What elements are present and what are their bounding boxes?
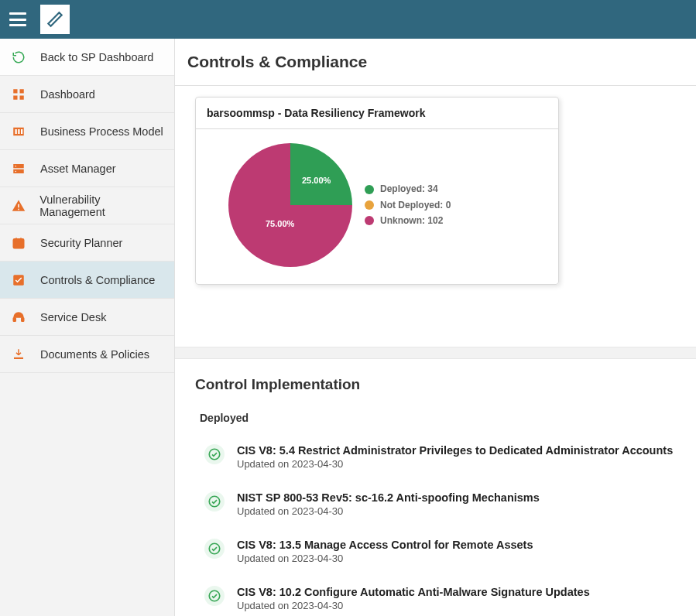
sidebar-item-label: Service Desk xyxy=(40,311,106,323)
sidebar-item-label: Dashboard xyxy=(40,88,95,101)
control-updated: Updated on 2023-04-30 xyxy=(237,505,676,517)
control-list: CIS V8: 5.4 Restrict Administrator Privi… xyxy=(195,444,676,611)
sidebar-item-2[interactable]: Business Process Model xyxy=(0,113,174,150)
content: Controls & Compliance barsoommsp - Data … xyxy=(175,39,696,616)
sidebar-item-5[interactable]: Security Planner xyxy=(0,224,174,262)
control-updated: Updated on 2023-04-30 xyxy=(237,553,676,564)
app-logo xyxy=(40,5,70,34)
svg-rect-13 xyxy=(18,208,19,210)
legend-label: Deployed: 34 xyxy=(380,181,438,197)
pie-slices xyxy=(228,143,352,267)
wrench-icon xyxy=(45,9,65,29)
svg-rect-17 xyxy=(22,317,24,321)
warning-icon xyxy=(11,198,26,214)
svg-rect-14 xyxy=(13,238,24,248)
sidebar-item-7[interactable]: Service Desk xyxy=(0,299,174,336)
svg-point-10 xyxy=(15,165,17,166)
control-title: CIS V8: 5.4 Restrict Administrator Privi… xyxy=(237,444,676,457)
sidebar-item-6[interactable]: Controls & Compliance xyxy=(0,262,174,299)
sidebar-item-label: Back to SP Dashboard xyxy=(40,51,153,63)
control-text: NIST SP 800-53 Rev5: sc-16.2 Anti-spoofi… xyxy=(237,491,676,517)
svg-rect-0 xyxy=(13,89,17,93)
back-icon xyxy=(11,50,26,65)
sidebar-item-label: Business Process Model xyxy=(40,125,163,138)
svg-rect-1 xyxy=(20,89,24,93)
check-icon xyxy=(11,272,26,288)
svg-rect-7 xyxy=(21,129,22,134)
control-title: CIS V8: 13.5 Manage Access Control for R… xyxy=(237,539,676,551)
control-text: CIS V8: 10.2 Configure Automatic Anti-Ma… xyxy=(237,586,676,611)
sidebar-item-8[interactable]: Documents & Policies xyxy=(0,336,174,373)
svg-rect-18 xyxy=(14,357,23,358)
dot-icon xyxy=(365,185,374,194)
download-icon xyxy=(11,347,26,362)
pie-label-unknown: 75.00% xyxy=(266,219,294,228)
pie-label-deployed: 25.00% xyxy=(302,176,331,185)
control-text: CIS V8: 13.5 Manage Access Control for R… xyxy=(237,539,676,564)
control-item[interactable]: CIS V8: 5.4 Restrict Administrator Privi… xyxy=(195,444,676,470)
check-circle-icon xyxy=(204,586,225,606)
sidebar-item-1[interactable]: Dashboard xyxy=(0,76,174,113)
headset-icon xyxy=(11,310,26,325)
implementation-title: Control Implementation xyxy=(195,376,676,393)
check-circle-icon xyxy=(204,539,225,559)
svg-rect-16 xyxy=(13,317,15,321)
control-item[interactable]: CIS V8: 13.5 Manage Access Control for R… xyxy=(195,539,676,564)
svg-point-11 xyxy=(15,170,17,172)
dot-icon xyxy=(365,216,374,225)
sidebar-item-label: Documents & Policies xyxy=(40,348,149,361)
chart-body: 25.00% 75.00% Deployed: 34 Not Deployed:… xyxy=(196,129,558,284)
svg-rect-12 xyxy=(18,204,19,207)
legend-unknown: Unknown: 102 xyxy=(365,213,451,228)
sidebar-item-4[interactable]: Vulnerability Management xyxy=(0,187,174,224)
svg-rect-5 xyxy=(15,129,17,134)
svg-rect-9 xyxy=(13,169,24,173)
control-updated: Updated on 2023-04-30 xyxy=(237,458,676,470)
svg-rect-6 xyxy=(18,129,19,134)
implementation-section: Control Implementation Deployed CIS V8: … xyxy=(175,359,696,616)
svg-rect-3 xyxy=(20,95,24,99)
legend-label: Unknown: 102 xyxy=(380,213,443,228)
sidebar: Back to SP DashboardDashboardBusiness Pr… xyxy=(0,39,175,616)
chart-area: barsoommsp - Data Resiliency Framework 2… xyxy=(175,86,696,316)
topbar xyxy=(0,0,696,39)
check-circle-icon xyxy=(204,491,225,512)
section-separator xyxy=(175,347,696,359)
control-updated: Updated on 2023-04-30 xyxy=(237,600,676,611)
bpm-icon xyxy=(11,124,26,139)
sidebar-item-label: Vulnerability Management xyxy=(39,193,163,218)
legend-deployed: Deployed: 34 xyxy=(365,181,451,197)
chart-card: barsoommsp - Data Resiliency Framework 2… xyxy=(195,97,559,285)
control-title: NIST SP 800-53 Rev5: sc-16.2 Anti-spoofi… xyxy=(237,491,676,504)
sidebar-item-label: Controls & Compliance xyxy=(40,274,155,286)
legend-not-deployed: Not Deployed: 0 xyxy=(365,197,451,213)
dot-icon xyxy=(365,200,374,210)
chart-title: barsoommsp - Data Resiliency Framework xyxy=(196,98,558,129)
sidebar-item-3[interactable]: Asset Manager xyxy=(0,150,174,187)
control-title: CIS V8: 10.2 Configure Automatic Anti-Ma… xyxy=(237,586,676,598)
asset-icon xyxy=(11,161,26,176)
sidebar-item-0[interactable]: Back to SP Dashboard xyxy=(0,39,174,76)
control-item[interactable]: CIS V8: 10.2 Configure Automatic Anti-Ma… xyxy=(195,586,676,611)
implementation-subtitle: Deployed xyxy=(200,412,676,424)
svg-rect-8 xyxy=(13,164,24,168)
check-circle-icon xyxy=(204,444,225,464)
svg-rect-2 xyxy=(13,95,17,99)
pie-chart: 25.00% 75.00% xyxy=(228,143,352,267)
sidebar-item-label: Asset Manager xyxy=(40,163,116,175)
grid-icon xyxy=(11,87,26,102)
sidebar-item-label: Security Planner xyxy=(40,237,122,249)
calendar-icon xyxy=(11,235,26,251)
page-title: Controls & Compliance xyxy=(175,39,696,86)
legend: Deployed: 34 Not Deployed: 0 Unknown: 10… xyxy=(365,181,451,228)
menu-toggle[interactable] xyxy=(9,12,26,26)
control-text: CIS V8: 5.4 Restrict Administrator Privi… xyxy=(237,444,676,470)
control-item[interactable]: NIST SP 800-53 Rev5: sc-16.2 Anti-spoofi… xyxy=(195,491,676,517)
legend-label: Not Deployed: 0 xyxy=(380,197,451,213)
